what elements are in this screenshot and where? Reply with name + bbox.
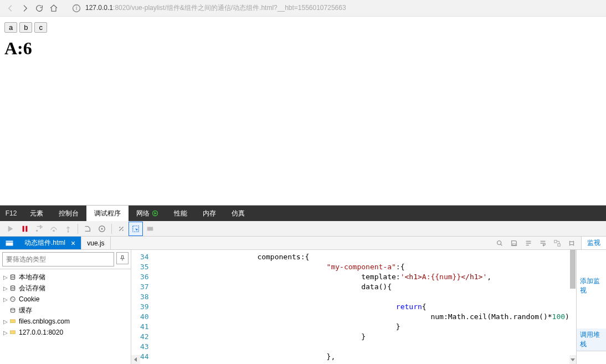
svg-point-20	[11, 297, 15, 301]
close-icon[interactable]: ×	[71, 239, 75, 248]
url-host: 127.0.0.1	[85, 4, 113, 12]
component-buttons: a b c	[4, 22, 602, 33]
tab-console[interactable]: 控制台	[51, 206, 86, 221]
find-icon[interactable]	[495, 238, 505, 248]
svg-rect-18	[554, 240, 557, 242]
save-icon[interactable]	[509, 238, 519, 248]
site-info-icon[interactable]: i	[72, 4, 81, 13]
filter-input[interactable]	[2, 252, 114, 266]
back-button[interactable]	[3, 1, 18, 16]
watch-pane: 添加监视 调用堆栈	[576, 250, 606, 364]
page-viewport: a b c A:6	[0, 17, 606, 205]
tree-cookie[interactable]: ▷Cookie	[1, 294, 130, 305]
code-toolbar	[495, 237, 581, 249]
source-map-icon[interactable]	[552, 238, 562, 248]
svg-marker-4	[8, 225, 13, 232]
step-into-button[interactable]	[32, 222, 47, 236]
svg-point-8	[53, 229, 55, 232]
continue-button[interactable]	[3, 222, 18, 236]
devtools-tabstrip: F12 元素 控制台 调试程序 网络 性能 内存 仿真	[0, 206, 606, 221]
tree-local-storage[interactable]: ▷本地存储	[1, 271, 130, 283]
tab-debugger[interactable]: 调试程序	[86, 206, 129, 221]
tab-elements[interactable]: 元素	[22, 206, 51, 221]
break-new-worker-button[interactable]	[80, 222, 95, 236]
debug-toolbar	[0, 221, 606, 237]
tree-session-storage[interactable]: ▷会话存储	[1, 283, 130, 294]
refresh-button[interactable]	[32, 1, 47, 16]
toolbar-separator	[78, 224, 78, 234]
exceptions-button[interactable]	[95, 222, 109, 236]
file-tab-active[interactable]: 动态组件.html×	[19, 237, 81, 249]
tree-domain-localhost[interactable]: ▷127.0.0.1:8020	[1, 327, 130, 338]
svg-point-11	[101, 228, 102, 229]
step-out-button[interactable]	[61, 222, 75, 236]
address-bar[interactable]: 127.0.0.1:8020/vue-playlist/组件&组件之间的通信/动…	[85, 3, 346, 13]
svg-point-22	[13, 299, 14, 300]
devtools: F12 元素 控制台 调试程序 网络 性能 内存 仿真 动态组件.html× v…	[0, 205, 606, 364]
tab-network[interactable]: 网络	[129, 206, 166, 221]
svg-point-16	[497, 240, 501, 244]
browser-chrome: i 127.0.0.1:8020/vue-playlist/组件&组件之间的通信…	[0, 0, 606, 17]
svg-rect-15	[6, 240, 13, 242]
scrollbar-thumb[interactable]	[570, 250, 576, 289]
call-stack-header[interactable]: 调用堆栈	[577, 329, 606, 351]
debugger-panes: ▷本地存储 ▷会话存储 ▷Cookie 缓存 ▷files.cnblogs.co…	[0, 250, 606, 364]
step-over-button[interactable]	[47, 222, 61, 236]
code-pane: 343536373839404142434445 components:{ "m…	[131, 250, 576, 364]
svg-point-21	[12, 299, 13, 300]
add-watch-link[interactable]: 添加监视	[577, 274, 606, 298]
button-c[interactable]: c	[34, 22, 47, 33]
tab-emulation[interactable]: 仿真	[224, 206, 253, 221]
storage-pane: ▷本地存储 ▷会话存储 ▷Cookie 缓存 ▷files.cnblogs.co…	[0, 250, 131, 364]
svg-point-7	[36, 229, 38, 232]
line-gutter: 343536373839404142434445	[131, 250, 153, 364]
just-my-code-button[interactable]	[143, 222, 157, 236]
storage-tree: ▷本地存储 ▷会话存储 ▷Cookie 缓存 ▷files.cnblogs.co…	[0, 269, 131, 340]
button-b[interactable]: b	[19, 22, 32, 33]
code-editor[interactable]: components:{ "my-component-a":{ template…	[153, 250, 569, 364]
tree-domain-cnblogs[interactable]: ▷files.cnblogs.com	[1, 316, 130, 327]
devtools-f12-label: F12	[0, 209, 22, 217]
file-tab-row: 动态组件.html× vue.js 监视	[0, 237, 606, 250]
svg-rect-24	[11, 331, 16, 334]
svg-marker-26	[134, 357, 137, 362]
watch-header[interactable]: 监视	[581, 237, 606, 249]
svg-rect-13	[147, 227, 153, 230]
home-button[interactable]	[47, 1, 61, 16]
button-a[interactable]: a	[4, 22, 17, 33]
url-rest: :8020/vue-playlist/组件&组件之间的通信/动态组件.html?…	[113, 4, 346, 12]
word-wrap-icon[interactable]	[538, 238, 548, 248]
file-tab-active-label: 动态组件.html	[24, 238, 65, 248]
svg-rect-17	[512, 243, 515, 245]
tree-cache[interactable]: 缓存	[1, 305, 130, 316]
vertical-scrollbar[interactable]	[569, 250, 576, 364]
file-tab-vuejs[interactable]: vue.js	[81, 237, 110, 249]
output-heading: A:6	[4, 38, 603, 59]
svg-rect-5	[23, 225, 24, 232]
svg-text:i: i	[76, 5, 77, 11]
svg-rect-6	[25, 225, 27, 232]
svg-rect-19	[558, 243, 560, 245]
tab-performance[interactable]: 性能	[166, 206, 195, 221]
disconnect-button[interactable]	[114, 222, 129, 236]
file-explorer-icon[interactable]	[0, 237, 19, 249]
svg-marker-25	[571, 358, 575, 361]
tab-network-label: 网络	[136, 209, 150, 218]
forward-button[interactable]	[18, 1, 32, 16]
svg-rect-23	[11, 320, 16, 323]
toolbar-separator	[111, 224, 112, 234]
compare-icon[interactable]	[567, 238, 577, 248]
pause-button[interactable]	[18, 222, 32, 236]
scroll-left-icon[interactable]	[131, 355, 140, 364]
pretty-print-icon[interactable]	[523, 238, 533, 248]
tab-memory[interactable]: 内存	[195, 206, 224, 221]
dom-pick-button[interactable]	[129, 222, 143, 236]
svg-marker-3	[155, 212, 157, 215]
svg-point-9	[68, 230, 69, 232]
scroll-down-icon[interactable]	[569, 355, 576, 364]
pin-button[interactable]	[116, 252, 129, 264]
